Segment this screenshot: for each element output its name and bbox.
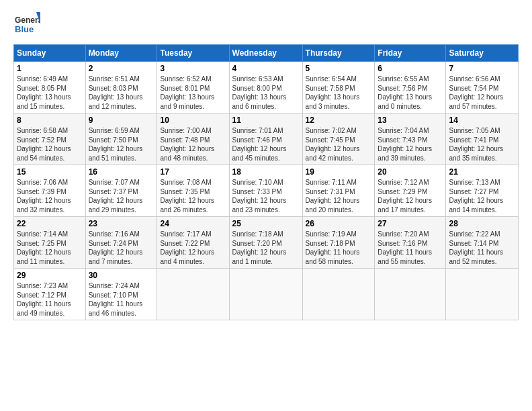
day-info: Sunrise: 7:04 AMSunset: 7:43 PMDaylight:… (378, 126, 443, 163)
calendar-cell-29: 29 Sunrise: 7:23 AMSunset: 7:12 PMDaylig… (14, 269, 86, 320)
header-tuesday: Tuesday (157, 45, 229, 62)
calendar-cell-17: 17 Sunrise: 7:08 AMSunset: 7:35 PMDaylig… (157, 165, 229, 217)
header-saturday: Saturday (446, 45, 519, 62)
day-info: Sunrise: 7:11 AMSunset: 7:31 PMDaylight:… (306, 178, 372, 214)
day-number: 13 (378, 116, 443, 125)
day-number: 22 (17, 219, 83, 228)
calendar-cell-16: 16 Sunrise: 7:07 AMSunset: 7:37 PMDaylig… (85, 165, 157, 217)
day-info: Sunrise: 7:07 AMSunset: 7:37 PMDaylight:… (89, 178, 154, 214)
day-number: 23 (89, 219, 154, 228)
calendar-cell-12: 12 Sunrise: 7:02 AMSunset: 7:45 PMDaylig… (302, 113, 375, 165)
calendar-cell-14: 14 Sunrise: 7:05 AMSunset: 7:41 PMDaylig… (446, 113, 519, 165)
day-number: 26 (306, 219, 372, 228)
day-info: Sunrise: 7:05 AMSunset: 7:41 PMDaylight:… (449, 126, 515, 163)
day-info: Sunrise: 6:55 AMSunset: 7:56 PMDaylight:… (378, 75, 443, 111)
calendar-cell-10: 10 Sunrise: 7:00 AMSunset: 7:48 PMDaylig… (157, 113, 229, 165)
logo: General Blue (13, 11, 43, 38)
day-number: 12 (306, 116, 372, 125)
day-info: Sunrise: 7:23 AMSunset: 7:12 PMDaylight:… (17, 281, 83, 318)
empty-cell (446, 269, 519, 320)
day-info: Sunrise: 6:49 AMSunset: 8:05 PMDaylight:… (17, 75, 83, 111)
calendar-cell-15: 15 Sunrise: 7:06 AMSunset: 7:39 PMDaylig… (14, 165, 86, 217)
day-info: Sunrise: 7:20 AMSunset: 7:16 PMDaylight:… (378, 230, 443, 266)
day-info: Sunrise: 7:17 AMSunset: 7:22 PMDaylight:… (160, 230, 226, 266)
calendar-cell-8: 8 Sunrise: 6:58 AMSunset: 7:52 PMDayligh… (14, 113, 86, 165)
day-number: 5 (306, 64, 372, 73)
day-info: Sunrise: 7:13 AMSunset: 7:27 PMDaylight:… (449, 178, 515, 214)
day-info: Sunrise: 7:10 AMSunset: 7:33 PMDaylight:… (232, 178, 300, 214)
day-info: Sunrise: 7:01 AMSunset: 7:46 PMDaylight:… (232, 126, 300, 163)
calendar-cell-7: 7 Sunrise: 6:56 AMSunset: 7:54 PMDayligh… (446, 62, 519, 113)
day-number: 21 (449, 167, 515, 177)
day-info: Sunrise: 6:59 AMSunset: 7:50 PMDaylight:… (89, 126, 154, 163)
empty-cell (302, 269, 375, 320)
day-info: Sunrise: 7:16 AMSunset: 7:24 PMDaylight:… (89, 230, 154, 266)
calendar-cell-28: 28 Sunrise: 7:22 AMSunset: 7:14 PMDaylig… (446, 217, 519, 269)
day-info: Sunrise: 7:14 AMSunset: 7:25 PMDaylight:… (17, 230, 83, 266)
day-number: 4 (232, 64, 300, 73)
day-number: 2 (89, 64, 154, 73)
day-info: Sunrise: 7:08 AMSunset: 7:35 PMDaylight:… (160, 178, 226, 214)
day-info: Sunrise: 7:00 AMSunset: 7:48 PMDaylight:… (160, 126, 226, 163)
calendar-cell-2: 2 Sunrise: 6:51 AMSunset: 8:03 PMDayligh… (85, 62, 157, 113)
calendar-cell-5: 5 Sunrise: 6:54 AMSunset: 7:58 PMDayligh… (302, 62, 375, 113)
svg-text:General: General (15, 15, 40, 25)
calendar-cell-24: 24 Sunrise: 7:17 AMSunset: 7:22 PMDaylig… (157, 217, 229, 269)
day-info: Sunrise: 6:54 AMSunset: 7:58 PMDaylight:… (306, 75, 372, 111)
calendar-cell-11: 11 Sunrise: 7:01 AMSunset: 7:46 PMDaylig… (229, 113, 302, 165)
day-number: 18 (232, 167, 300, 177)
calendar-cell-1: 1 Sunrise: 6:49 AMSunset: 8:05 PMDayligh… (14, 62, 86, 113)
day-info: Sunrise: 7:24 AMSunset: 7:10 PMDaylight:… (89, 281, 154, 318)
day-info: Sunrise: 6:58 AMSunset: 7:52 PMDaylight:… (17, 126, 83, 163)
day-number: 24 (160, 219, 226, 228)
calendar-cell-23: 23 Sunrise: 7:16 AMSunset: 7:24 PMDaylig… (85, 217, 157, 269)
day-info: Sunrise: 6:51 AMSunset: 8:03 PMDaylight:… (89, 75, 154, 111)
calendar-cell-27: 27 Sunrise: 7:20 AMSunset: 7:16 PMDaylig… (375, 217, 446, 269)
day-info: Sunrise: 7:06 AMSunset: 7:39 PMDaylight:… (17, 178, 83, 214)
day-info: Sunrise: 7:18 AMSunset: 7:20 PMDaylight:… (232, 230, 300, 266)
calendar-cell-19: 19 Sunrise: 7:11 AMSunset: 7:31 PMDaylig… (302, 165, 375, 217)
header-thursday: Thursday (302, 45, 375, 62)
calendar-cell-13: 13 Sunrise: 7:04 AMSunset: 7:43 PMDaylig… (375, 113, 446, 165)
day-number: 20 (378, 167, 443, 177)
calendar-cell-4: 4 Sunrise: 6:53 AMSunset: 8:00 PMDayligh… (229, 62, 302, 113)
day-number: 11 (232, 116, 300, 125)
day-number: 1 (17, 64, 83, 73)
day-number: 3 (160, 64, 226, 73)
calendar-header: SundayMondayTuesdayWednesdayThursdayFrid… (14, 45, 519, 62)
calendar-cell-30: 30 Sunrise: 7:24 AMSunset: 7:10 PMDaylig… (85, 269, 157, 320)
day-number: 14 (449, 116, 515, 125)
day-number: 6 (378, 64, 443, 73)
day-number: 10 (160, 116, 226, 125)
day-info: Sunrise: 6:53 AMSunset: 8:00 PMDaylight:… (232, 75, 300, 111)
day-number: 28 (449, 219, 515, 228)
day-info: Sunrise: 7:02 AMSunset: 7:45 PMDaylight:… (306, 126, 372, 163)
calendar-cell-25: 25 Sunrise: 7:18 AMSunset: 7:20 PMDaylig… (229, 217, 302, 269)
day-info: Sunrise: 7:22 AMSunset: 7:14 PMDaylight:… (449, 230, 515, 266)
empty-cell (229, 269, 302, 320)
empty-cell (375, 269, 446, 320)
day-info: Sunrise: 7:12 AMSunset: 7:29 PMDaylight:… (378, 178, 443, 214)
day-info: Sunrise: 6:56 AMSunset: 7:54 PMDaylight:… (449, 75, 515, 111)
header-monday: Monday (85, 45, 157, 62)
calendar-cell-20: 20 Sunrise: 7:12 AMSunset: 7:29 PMDaylig… (375, 165, 446, 217)
calendar-cell-6: 6 Sunrise: 6:55 AMSunset: 7:56 PMDayligh… (375, 62, 446, 113)
header-sunday: Sunday (14, 45, 86, 62)
calendar-cell-26: 26 Sunrise: 7:19 AMSunset: 7:18 PMDaylig… (302, 217, 375, 269)
day-info: Sunrise: 7:19 AMSunset: 7:18 PMDaylight:… (306, 230, 372, 266)
header-wednesday: Wednesday (229, 45, 302, 62)
day-number: 17 (160, 167, 226, 177)
calendar-cell-18: 18 Sunrise: 7:10 AMSunset: 7:33 PMDaylig… (229, 165, 302, 217)
day-number: 8 (17, 116, 83, 125)
calendar-cell-3: 3 Sunrise: 6:52 AMSunset: 8:01 PMDayligh… (157, 62, 229, 113)
day-number: 29 (17, 271, 83, 280)
empty-cell (157, 269, 229, 320)
day-number: 9 (89, 116, 154, 125)
day-number: 25 (232, 219, 300, 228)
day-number: 30 (89, 271, 154, 280)
day-number: 16 (89, 167, 154, 177)
day-info: Sunrise: 6:52 AMSunset: 8:01 PMDaylight:… (160, 75, 226, 111)
calendar-cell-9: 9 Sunrise: 6:59 AMSunset: 7:50 PMDayligh… (85, 113, 157, 165)
day-number: 27 (378, 219, 443, 228)
calendar-cell-22: 22 Sunrise: 7:14 AMSunset: 7:25 PMDaylig… (14, 217, 86, 269)
